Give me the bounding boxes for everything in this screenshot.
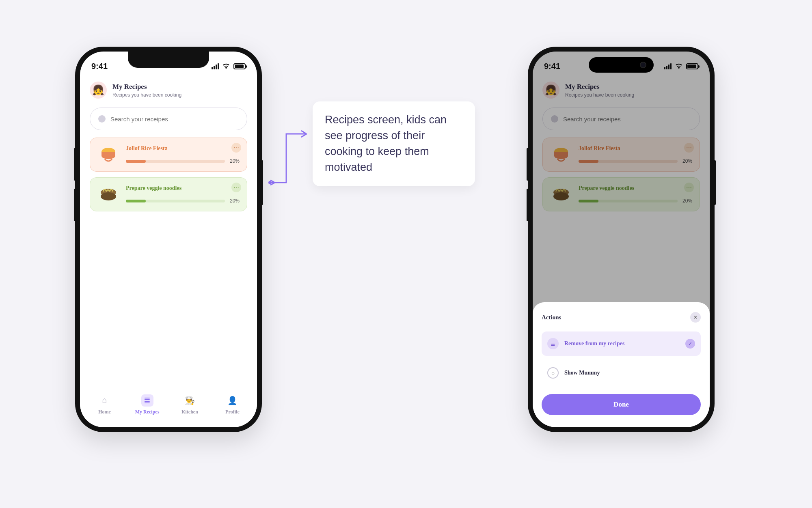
close-icon: ✕ bbox=[693, 314, 698, 320]
phone-frame-right: 9:41 👧 My Recipes Recipes you have been … bbox=[528, 47, 715, 432]
close-button[interactable]: ✕ bbox=[690, 312, 701, 323]
done-button[interactable]: Done bbox=[542, 394, 701, 415]
signal-icon bbox=[212, 63, 219, 69]
phone-screen-left: 9:41 👧 My Recipes Recipes you have been … bbox=[80, 52, 257, 427]
recipe-title: Jollof Rice Fiesta bbox=[126, 145, 240, 152]
tab-bar: ⌂ Home ≣ My Recipes 👨‍🍳 Kitchen 👤 Profil… bbox=[80, 387, 257, 427]
annotation-arrow-icon bbox=[268, 126, 313, 187]
tab-label: Kitchen bbox=[181, 409, 198, 415]
phone-screen-right: 9:41 👧 My Recipes Recipes you have been … bbox=[533, 52, 710, 427]
battery-icon bbox=[233, 63, 246, 69]
volume-down-button bbox=[74, 189, 75, 221]
page-title: My Recipes bbox=[112, 83, 181, 91]
page-subtitle: Recipes you have been cooking bbox=[112, 92, 181, 98]
action-label: Remove from my recipes bbox=[564, 340, 680, 347]
volume-up-button bbox=[74, 148, 75, 181]
svg-point-5 bbox=[268, 181, 272, 184]
volume-down-button bbox=[527, 189, 528, 221]
status-time: 9:41 bbox=[91, 62, 108, 71]
more-options-button[interactable]: ⋯ bbox=[231, 183, 241, 192]
power-button bbox=[262, 160, 263, 205]
status-icons bbox=[212, 63, 246, 69]
recipe-card-noodles[interactable]: Prepare veggie noodles 20% ⋯ bbox=[90, 177, 247, 211]
volume-up-button bbox=[527, 148, 528, 181]
recipe-title: Prepare veggie noodles bbox=[126, 185, 240, 192]
annotation-callout: Recipes screen, kids can see progress of… bbox=[313, 101, 475, 186]
jollof-food-icon bbox=[97, 144, 119, 166]
action-sheet: Actions ✕ ≣ Remove from my recipes ✓ ○ S… bbox=[533, 302, 710, 427]
progress-percent: 20% bbox=[230, 198, 240, 204]
list-icon: ≣ bbox=[547, 338, 559, 349]
wifi-icon bbox=[222, 63, 230, 69]
sheet-title: Actions bbox=[542, 314, 561, 321]
progress-bar bbox=[126, 200, 225, 202]
home-icon: ⌂ bbox=[99, 394, 111, 407]
progress-percent: 20% bbox=[230, 158, 240, 164]
tab-my-recipes[interactable]: ≣ My Recipes bbox=[131, 394, 164, 415]
recipes-icon: ≣ bbox=[141, 394, 153, 407]
progress-bar bbox=[126, 160, 225, 163]
noodles-food-icon bbox=[97, 183, 119, 205]
circle-icon: ○ bbox=[547, 367, 559, 379]
profile-icon: 👤 bbox=[227, 394, 239, 407]
action-label: Show Mummy bbox=[564, 370, 695, 376]
power-button bbox=[715, 160, 716, 205]
search-box[interactable] bbox=[90, 108, 247, 130]
kitchen-icon: 👨‍🍳 bbox=[184, 394, 196, 407]
action-show-mummy[interactable]: ○ Show Mummy bbox=[542, 361, 701, 385]
tab-kitchen[interactable]: 👨‍🍳 Kitchen bbox=[174, 394, 206, 415]
tab-label: Profile bbox=[225, 409, 239, 415]
search-icon bbox=[98, 115, 106, 123]
check-icon: ✓ bbox=[685, 339, 695, 349]
notch bbox=[128, 52, 209, 68]
page-header: 👧 My Recipes Recipes you have been cooki… bbox=[80, 74, 257, 103]
search-input[interactable] bbox=[110, 116, 239, 123]
action-remove-from-recipes[interactable]: ≣ Remove from my recipes ✓ bbox=[542, 331, 701, 356]
recipe-card-jollof[interactable]: Jollof Rice Fiesta 20% ⋯ bbox=[90, 138, 247, 172]
tab-label: My Recipes bbox=[135, 409, 160, 415]
tab-home[interactable]: ⌂ Home bbox=[89, 394, 121, 415]
tab-profile[interactable]: 👤 Profile bbox=[216, 394, 249, 415]
user-avatar[interactable]: 👧 bbox=[90, 82, 107, 99]
svg-point-2 bbox=[102, 153, 115, 159]
tab-label: Home bbox=[98, 409, 111, 415]
more-options-button[interactable]: ⋯ bbox=[231, 143, 241, 153]
phone-frame-left: 9:41 👧 My Recipes Recipes you have been … bbox=[75, 47, 262, 432]
